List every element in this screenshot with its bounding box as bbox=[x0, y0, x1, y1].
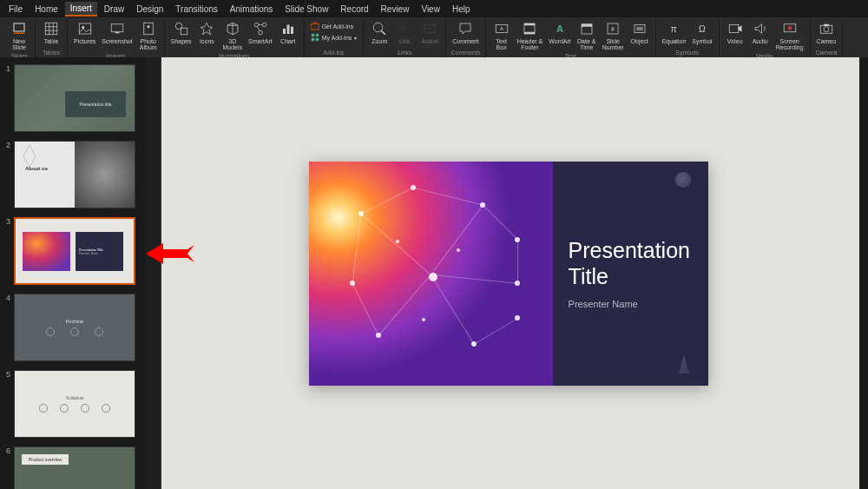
menu-help[interactable]: Help bbox=[447, 3, 476, 16]
ribbon-label: Cameo bbox=[817, 38, 837, 44]
svg-line-59 bbox=[474, 318, 517, 344]
vertical-scrollbar[interactable] bbox=[859, 57, 868, 489]
ribbon-symbol-button[interactable]: ΩSymbol bbox=[689, 19, 714, 46]
ribbon-label: Shapes bbox=[171, 38, 192, 44]
ribbon-textbox-button[interactable]: ATextBox bbox=[490, 19, 514, 52]
menu-review[interactable]: Review bbox=[376, 3, 415, 16]
object-icon bbox=[632, 21, 648, 36]
svg-line-61 bbox=[352, 214, 361, 283]
ribbon-label: Object bbox=[631, 38, 648, 44]
ribbon-action-button[interactable]: Action bbox=[418, 19, 442, 46]
ribbon-number-button[interactable]: #SlideNumber bbox=[600, 19, 627, 52]
ribbon-label: Video bbox=[727, 38, 743, 44]
ribbon-label: Link bbox=[399, 38, 411, 44]
ribbon-screenshot-button[interactable]: Screenshot bbox=[99, 19, 135, 46]
slide-subtitle-text[interactable]: Presenter Name bbox=[569, 299, 708, 309]
ribbon-new-slide-button[interactable]: NewSlide bbox=[7, 19, 31, 52]
ribbon-group-comments: CommentComments bbox=[446, 19, 485, 57]
ribbon-comment-button[interactable]: Comment bbox=[450, 19, 481, 46]
ribbon-label: Pictures bbox=[74, 38, 95, 44]
slide-thumbnail-6[interactable]: Product overview bbox=[14, 446, 135, 489]
svg-line-54 bbox=[378, 274, 431, 335]
ribbon-my-addins[interactable]: My Add-ins ▾ bbox=[308, 32, 360, 43]
slide-title-text[interactable]: PresentationTitle bbox=[569, 238, 708, 290]
moon-decoration-icon bbox=[675, 172, 691, 188]
ribbon-wordart-button[interactable]: AWordArt bbox=[546, 19, 574, 46]
ribbon-smartart-button[interactable]: SmartArt bbox=[246, 19, 275, 46]
ribbon-object-button[interactable]: Object bbox=[628, 19, 652, 46]
svg-rect-26 bbox=[312, 38, 314, 41]
svg-rect-25 bbox=[316, 34, 319, 36]
svg-point-49 bbox=[824, 27, 829, 32]
ribbon-video-button[interactable]: Video bbox=[723, 19, 747, 46]
ribbon-label: SmartArt bbox=[248, 38, 273, 44]
comment-icon bbox=[457, 21, 473, 36]
ribbon-equation-button[interactable]: πEquation bbox=[660, 19, 689, 46]
ribbon-icons-button[interactable]: Icons bbox=[194, 19, 219, 46]
ribbon-label: My Add-ins bbox=[322, 35, 352, 41]
svg-point-28 bbox=[374, 23, 384, 32]
ribbon-table-button[interactable]: Table bbox=[39, 19, 63, 46]
ribbon-recording-button[interactable]: ScreenRecording bbox=[773, 19, 806, 52]
svg-line-56 bbox=[361, 188, 413, 214]
date-icon bbox=[579, 21, 595, 36]
menu-transitions[interactable]: Transitions bbox=[170, 3, 223, 16]
vertical-ruler bbox=[146, 57, 161, 489]
ribbon-cameo-button[interactable]: Cameo bbox=[814, 19, 839, 46]
menu-view[interactable]: View bbox=[416, 3, 445, 16]
menu-file[interactable]: File bbox=[3, 3, 28, 16]
ribbon-group-tables: TableTables bbox=[36, 19, 68, 57]
slide-thumbnail-panel: 1 Presentation title 2 About us 3 Presen… bbox=[0, 57, 146, 489]
svg-text:A: A bbox=[556, 23, 563, 34]
svg-rect-23 bbox=[312, 24, 319, 30]
store-icon bbox=[311, 22, 319, 30]
ribbon-group-text: ATextBoxHeader &FooterAWordArtDate &Time… bbox=[486, 19, 656, 57]
menu-slideshow[interactable]: Slide Show bbox=[279, 3, 333, 16]
ribbon-label: Action bbox=[422, 38, 438, 44]
svg-marker-63 bbox=[146, 243, 194, 264]
ribbon-link-button[interactable]: Link bbox=[392, 19, 417, 46]
ribbon-label: PhotoAlbum bbox=[140, 38, 157, 50]
ribbon-group-label: Tables bbox=[43, 49, 60, 57]
ribbon-group-symbols: πEquationΩSymbolSymbols bbox=[656, 19, 720, 57]
slide-text-panel[interactable]: PresentationTitle Presenter Name bbox=[553, 162, 708, 386]
header-icon bbox=[522, 21, 537, 36]
ribbon-picture-button[interactable]: Pictures bbox=[71, 19, 98, 46]
ribbon-chart-button[interactable]: Chart bbox=[276, 19, 300, 46]
slide-thumbnail-1[interactable]: Presentation title bbox=[14, 64, 135, 132]
link-icon bbox=[397, 21, 412, 36]
slide-thumbnail-5[interactable]: Solution bbox=[14, 370, 135, 438]
ribbon-group-add-ins: Get Add-insMy Add-ins ▾Add-ins bbox=[305, 19, 365, 57]
svg-point-47 bbox=[787, 26, 792, 30]
ribbon-3d-button[interactable]: 3DModels bbox=[220, 19, 245, 52]
menu-design[interactable]: Design bbox=[131, 3, 168, 16]
slide-picture-placeholder[interactable] bbox=[309, 162, 553, 386]
ribbon-shapes-button[interactable]: Shapes bbox=[168, 19, 194, 46]
svg-line-52 bbox=[431, 205, 483, 274]
ribbon-label: Comment bbox=[452, 38, 478, 44]
menu-home[interactable]: Home bbox=[30, 3, 63, 16]
menu-animations[interactable]: Animations bbox=[225, 3, 278, 16]
ribbon-store[interactable]: Get Add-ins bbox=[308, 21, 357, 31]
3d-icon bbox=[225, 21, 240, 36]
ribbon-zoom-button[interactable]: Zoom bbox=[367, 19, 391, 46]
svg-line-51 bbox=[361, 214, 431, 274]
ribbon-group-label: Add-ins bbox=[324, 49, 345, 57]
slide-thumbnail-4[interactable]: Problem bbox=[14, 294, 135, 361]
ribbon-label: Chart bbox=[280, 38, 295, 44]
svg-rect-24 bbox=[312, 34, 314, 36]
svg-rect-14 bbox=[181, 28, 187, 35]
current-slide[interactable]: PresentationTitle Presenter Name bbox=[309, 162, 708, 386]
menu-draw[interactable]: Draw bbox=[99, 3, 129, 16]
ribbon-photo-album-button[interactable]: PhotoAlbum bbox=[136, 19, 161, 52]
slide-thumbnail-2[interactable]: About us bbox=[14, 141, 135, 208]
ribbon-header-button[interactable]: Header &Footer bbox=[515, 19, 546, 52]
slide-canvas[interactable]: PresentationTitle Presenter Name bbox=[161, 57, 868, 489]
menu-bar: File Home Insert Draw Design Transitions… bbox=[0, 0, 868, 17]
menu-insert[interactable]: Insert bbox=[65, 2, 97, 17]
ribbon-date-button[interactable]: Date &Time bbox=[575, 19, 599, 52]
insert-ribbon: NewSlideSlidesTableTablesPicturesScreens… bbox=[0, 17, 868, 57]
slide-thumbnail-3[interactable]: Presentation TitlePresenter Name bbox=[14, 217, 135, 285]
ribbon-audio-button[interactable]: Audio bbox=[748, 19, 773, 46]
menu-record[interactable]: Record bbox=[335, 3, 373, 16]
